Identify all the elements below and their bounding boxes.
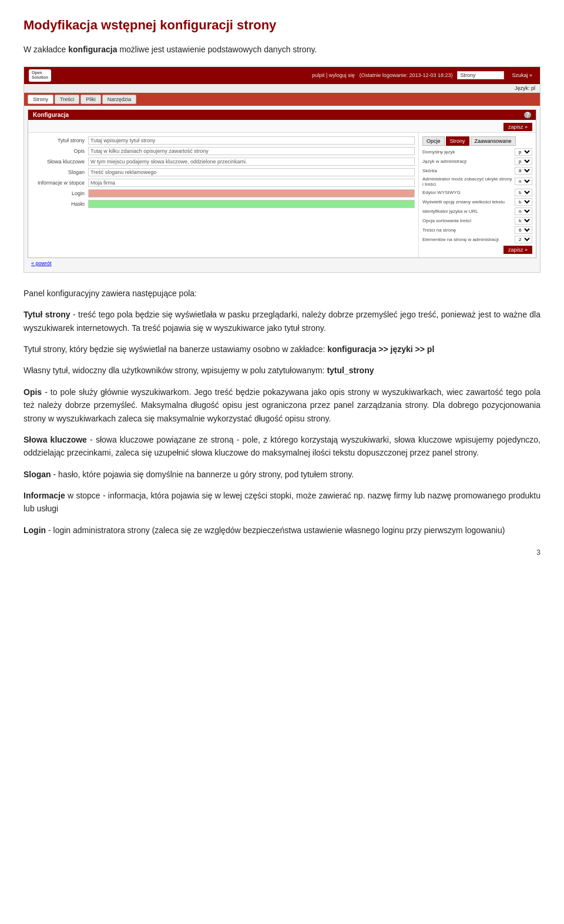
nav-tresci[interactable]: Treści bbox=[55, 95, 79, 104]
input-stopka[interactable] bbox=[88, 179, 415, 187]
login-para: Login - login administratora strony (zal… bbox=[24, 524, 540, 537]
config-row-slogan: Slogan bbox=[32, 168, 415, 176]
intro-text: W zakładce bbox=[24, 45, 68, 54]
right-row-sort: Opcja sortowania treści tak bbox=[422, 217, 532, 225]
select-font-size[interactable]: tak bbox=[515, 198, 532, 206]
right-row-admin-per-page: Elementów na stronę w administracji 25 bbox=[422, 236, 532, 243]
right-label-admin-per-page: Elementów na stronę w administracji bbox=[422, 237, 512, 242]
select-sort[interactable]: tak bbox=[515, 217, 532, 225]
right-label-lang: Domyślny język bbox=[422, 149, 512, 155]
login-info: (Ostatnie logowanie: 2013-12-03 18:23) bbox=[360, 72, 453, 78]
right-label-skorka: Skórka bbox=[422, 168, 512, 173]
right-row-lang-url: Identyfikator języka w URL nie bbox=[422, 207, 532, 215]
input-haslo[interactable] bbox=[88, 200, 415, 208]
lang-row: Język: pl bbox=[24, 84, 540, 93]
input-title[interactable] bbox=[88, 136, 415, 145]
search-button-sim[interactable]: Szukaj » bbox=[509, 72, 535, 79]
label-slogan: Slogan bbox=[32, 169, 85, 175]
right-row-font-size: Wyświetli opcję zmiany wielkości tekstu … bbox=[422, 198, 532, 206]
select-admin-see[interactable]: nie bbox=[515, 178, 532, 185]
term-opis: Opis bbox=[24, 387, 42, 397]
slogan-para: Slogan - hasło, które pojawia się domyśl… bbox=[24, 468, 540, 481]
select-lang-url[interactable]: nie bbox=[515, 207, 532, 215]
tab-opcje[interactable]: Opcje bbox=[422, 136, 445, 146]
label-login: Login bbox=[32, 190, 85, 196]
informacje-para: Informacje w stopce - informacja, która … bbox=[24, 489, 540, 515]
term-slowa: Słowa kluczowe bbox=[24, 435, 87, 444]
save-btn-top[interactable]: zapisz » bbox=[503, 123, 532, 131]
wlasny-note-para: Własny tytuł, widoczny dla użytkowników … bbox=[24, 364, 540, 377]
logo-line2: Solution bbox=[32, 75, 48, 80]
sep-tytul: - treść tego pola będzie się wyświetlała… bbox=[24, 310, 540, 332]
wlasny-note-bold: tytul_strony bbox=[327, 366, 374, 375]
config-form-right: Opcje Strony Zaawansowane Domyślny język… bbox=[418, 133, 536, 257]
title-note-text: Tytuł strony, który będzie się wyświetla… bbox=[24, 344, 327, 354]
admin-content: Konfiguracja ? zapisz » Tytuł strony Opi… bbox=[24, 106, 540, 272]
opis-para: Opis - to pole służy głównie wyszukiwark… bbox=[24, 386, 540, 425]
select-per-page[interactable]: 6 bbox=[515, 226, 532, 234]
config-row-login: Login bbox=[32, 189, 415, 197]
tab-strony[interactable]: Strony bbox=[446, 136, 469, 146]
right-row-skorka: Skórka 8 bbox=[422, 167, 532, 175]
right-row-wysiwyg: Edytor WYSIWYG tak bbox=[422, 189, 532, 196]
header-links: pulpit | wyloguj się bbox=[312, 72, 355, 78]
label-stopka: Informacje w stopce bbox=[32, 180, 85, 186]
input-slowa[interactable] bbox=[88, 158, 415, 166]
admin-logo: Open Solution bbox=[29, 69, 51, 82]
search-input-sim[interactable] bbox=[457, 71, 504, 79]
login-desc: - login administratora strony (zaleca si… bbox=[46, 525, 505, 535]
back-link[interactable]: « powrót bbox=[28, 258, 536, 269]
input-slogan[interactable] bbox=[88, 168, 415, 176]
config-row-haslo: Hasło bbox=[32, 200, 415, 208]
slowa-desc: - słowa kluczowe powiązane ze stroną - p… bbox=[24, 435, 540, 457]
wlasny-note-pre: Własny tytuł, widoczny dla użytkowników … bbox=[24, 366, 327, 375]
tytul-strony-para: Tytuł strony - treść tego pola będzie si… bbox=[24, 308, 540, 334]
config-form-left: Tytuł strony Opis Słowa kluczowe Slogan bbox=[28, 133, 418, 257]
right-label-font-size: Wyświetli opcję zmiany wielkości tekstu bbox=[422, 199, 512, 205]
save-btn-right[interactable]: zapisz » bbox=[503, 246, 532, 254]
right-label-sort: Opcja sortowania treści bbox=[422, 218, 512, 223]
tabs-container: Opcje Strony Zaawansowane bbox=[422, 136, 532, 146]
admin-header: Open Solution pulpit | wyloguj się (Osta… bbox=[24, 67, 540, 84]
config-row-stopka: Informacje w stopce bbox=[32, 179, 415, 187]
right-row-admin-lang: Język w administracji pl bbox=[422, 158, 532, 165]
right-row-lang: Domyślny język pl bbox=[422, 148, 532, 156]
select-lang[interactable]: pl bbox=[515, 148, 532, 156]
label-slowa: Słowa kluczowe bbox=[32, 159, 85, 165]
config-panel: Konfiguracja ? zapisz » Tytuł strony Opi… bbox=[28, 109, 536, 258]
right-label-lang-url: Identyfikator języka w URL bbox=[422, 209, 512, 214]
right-label-admin-lang: Język w administracji bbox=[422, 159, 512, 164]
intro-rest: możliwe jest ustawienie podstawowych dan… bbox=[118, 45, 317, 54]
content-section: Panel konfiguracyjny zawiera następujące… bbox=[24, 287, 540, 537]
nav-narzedzia[interactable]: Narzędzia bbox=[102, 95, 137, 104]
logo-line1: Open bbox=[32, 71, 48, 75]
panel-title: Konfiguracja bbox=[33, 112, 69, 118]
term-informacje: Informacje bbox=[24, 491, 65, 500]
config-row-slowa: Słowa kluczowe bbox=[32, 158, 415, 166]
select-wysiwyg[interactable]: tak bbox=[515, 189, 532, 196]
opis-desc: - to pole służy głównie wyszukiwarkom. J… bbox=[24, 387, 540, 423]
select-admin-lang[interactable]: pl bbox=[515, 158, 532, 165]
select-admin-per-page[interactable]: 25 bbox=[515, 236, 532, 243]
input-opis[interactable] bbox=[88, 147, 415, 155]
right-row-admin-see: Administrator może zobaczyć ukryte stron… bbox=[422, 176, 532, 187]
panel-intro-para: Panel konfiguracyjny zawiera następujące… bbox=[24, 287, 540, 300]
select-skorka[interactable]: 8 bbox=[515, 167, 532, 175]
admin-nav: Strony Treści Pliki Narzędzia bbox=[24, 93, 540, 106]
config-row-title: Tytuł strony bbox=[32, 136, 415, 145]
nav-strony[interactable]: Strony bbox=[28, 95, 53, 104]
intro-paragraph: W zakładce konfiguracja możliwe jest ust… bbox=[24, 43, 540, 56]
title-note-bold: konfiguracja >> języki >> pl bbox=[327, 344, 434, 354]
screenshot-box: Open Solution pulpit | wyloguj się (Osta… bbox=[24, 66, 540, 273]
label-opis: Opis bbox=[32, 148, 85, 154]
label-title: Tytuł strony bbox=[32, 138, 85, 143]
config-panel-body: Tytuł strony Opis Słowa kluczowe Slogan bbox=[28, 133, 536, 257]
slowa-para: Słowa kluczowe - słowa kluczowe powiązan… bbox=[24, 433, 540, 460]
informacje-desc: w stopce - informacja, która pojawia się… bbox=[24, 491, 540, 513]
right-label-wysiwyg: Edytor WYSIWYG bbox=[422, 190, 512, 195]
tab-zaawansowane[interactable]: Zaawansowane bbox=[471, 136, 516, 146]
input-login[interactable] bbox=[88, 189, 415, 197]
slogan-desc: - hasło, które pojawia się domyślnie na … bbox=[51, 470, 354, 479]
help-icon[interactable]: ? bbox=[524, 112, 531, 118]
nav-pliki[interactable]: Pliki bbox=[80, 95, 101, 104]
